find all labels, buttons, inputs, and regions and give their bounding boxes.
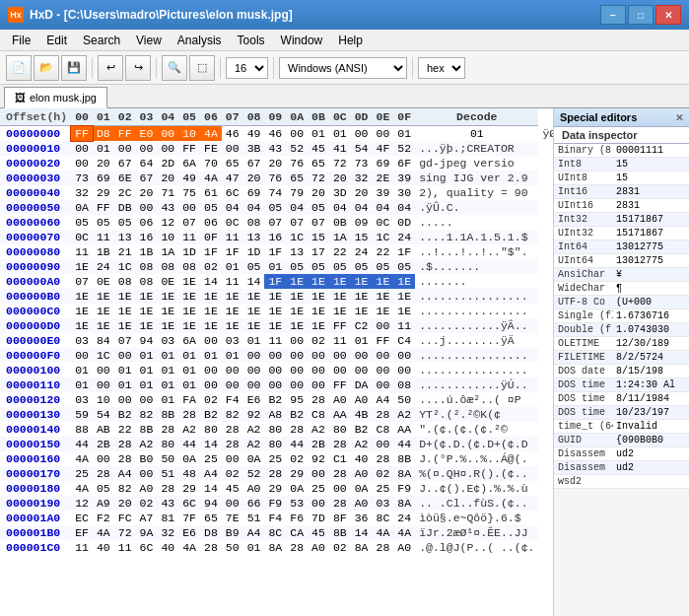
hex-cell[interactable]: 00 bbox=[200, 377, 222, 392]
new-button[interactable]: 📄 bbox=[6, 55, 32, 81]
hex-cell[interactable]: 01 bbox=[114, 377, 136, 392]
hex-cell[interactable]: 52 bbox=[393, 141, 415, 156]
hex-cell[interactable]: A2 bbox=[351, 437, 373, 451]
hex-cell[interactable]: FF bbox=[178, 141, 200, 156]
hex-cell[interactable]: 14 bbox=[351, 525, 373, 540]
hex-cell[interactable]: 01 bbox=[308, 126, 329, 142]
hex-cell[interactable]: 08 bbox=[393, 377, 415, 392]
hex-cell[interactable]: 29 bbox=[178, 481, 200, 496]
hex-cell[interactable]: 8A bbox=[264, 540, 286, 555]
hex-cell[interactable]: 07 bbox=[308, 215, 329, 230]
hex-cell[interactable]: 04 bbox=[351, 200, 373, 215]
hex-cell[interactable]: 20 bbox=[93, 156, 114, 171]
hex-cell[interactable]: 65 bbox=[308, 156, 329, 171]
hex-cell[interactable]: 00 bbox=[393, 363, 415, 377]
hex-cell[interactable]: C1 bbox=[329, 451, 351, 466]
hex-cell[interactable]: 00 bbox=[93, 451, 114, 466]
hex-cell[interactable]: 1F bbox=[264, 244, 286, 259]
hex-cell[interactable]: 72 bbox=[308, 171, 329, 185]
find-button[interactable]: 🔍 bbox=[162, 55, 187, 81]
hex-cell[interactable]: 01 bbox=[136, 348, 158, 363]
hex-cell[interactable]: 4A bbox=[71, 451, 93, 466]
hex-cell[interactable]: B2 bbox=[114, 407, 136, 422]
hex-cell[interactable]: 69 bbox=[93, 171, 114, 185]
hex-cell[interactable]: 00 bbox=[329, 363, 351, 377]
hex-cell[interactable]: 1B bbox=[136, 244, 158, 259]
hex-cell[interactable]: 05 bbox=[329, 259, 351, 274]
hex-cell[interactable]: 14 bbox=[200, 481, 222, 496]
menu-item-help[interactable]: Help bbox=[330, 32, 371, 49]
hex-cell[interactable]: 00 bbox=[308, 466, 329, 481]
hex-cell[interactable]: 1E bbox=[393, 304, 415, 318]
hex-cell[interactable]: 1E bbox=[71, 259, 93, 274]
hex-cell[interactable]: 61 bbox=[200, 185, 222, 200]
hex-cell[interactable]: 8F bbox=[329, 511, 351, 525]
hex-cell[interactable]: 3B bbox=[243, 141, 265, 156]
hex-cell[interactable]: 95 bbox=[286, 392, 308, 407]
hex-cell[interactable]: E6 bbox=[243, 392, 265, 407]
hex-cell[interactable]: 0B bbox=[329, 215, 351, 230]
hex-cell[interactable]: 1E bbox=[71, 318, 93, 333]
hex-cell[interactable]: 50 bbox=[157, 451, 178, 466]
hex-cell[interactable]: 80 bbox=[264, 422, 286, 437]
hex-cell[interactable]: 0D bbox=[393, 215, 415, 230]
hex-cell[interactable]: 8C bbox=[264, 525, 286, 540]
hex-cell[interactable]: 28 bbox=[93, 466, 114, 481]
hex-cell[interactable]: DA bbox=[351, 377, 373, 392]
hex-cell[interactable]: A0 bbox=[351, 496, 373, 511]
hex-cell[interactable]: 24 bbox=[393, 230, 415, 244]
hex-cell[interactable]: 25 bbox=[308, 481, 329, 496]
hex-cell[interactable]: 1E bbox=[308, 289, 329, 304]
hex-cell[interactable]: 28 bbox=[222, 437, 243, 451]
hex-cell[interactable]: 08 bbox=[243, 215, 265, 230]
hex-cell[interactable]: AA bbox=[329, 407, 351, 422]
hex-cell[interactable]: 32 bbox=[157, 525, 178, 540]
hex-cell[interactable]: 14 bbox=[200, 437, 222, 451]
hex-cell[interactable]: A2 bbox=[178, 422, 200, 437]
hex-cell[interactable]: 1E bbox=[243, 318, 265, 333]
hex-cell[interactable]: 32 bbox=[351, 171, 373, 185]
hex-cell[interactable]: 28 bbox=[373, 540, 394, 555]
hex-cell[interactable]: 03 bbox=[71, 392, 93, 407]
hex-cell[interactable]: 20 bbox=[308, 185, 329, 200]
hex-cell[interactable]: 28 bbox=[157, 481, 178, 496]
hex-cell[interactable]: 64 bbox=[136, 156, 158, 171]
hex-cell[interactable]: 00 bbox=[286, 363, 308, 377]
hex-cell[interactable]: 49 bbox=[178, 171, 200, 185]
save-button[interactable]: 💾 bbox=[61, 55, 87, 81]
menu-item-analysis[interactable]: Analysis bbox=[170, 32, 230, 49]
hex-cell[interactable]: 1E bbox=[286, 318, 308, 333]
hex-cell[interactable]: 53 bbox=[286, 496, 308, 511]
hex-cell[interactable]: 9A bbox=[136, 525, 158, 540]
hex-cell[interactable]: 00 bbox=[222, 363, 243, 377]
hex-cell[interactable]: 00 bbox=[393, 348, 415, 363]
hex-cell[interactable]: 00 bbox=[373, 126, 394, 142]
hex-cell[interactable]: 8A bbox=[393, 496, 415, 511]
hex-cell[interactable]: 51 bbox=[243, 511, 265, 525]
hex-cell[interactable]: 0F bbox=[200, 230, 222, 244]
hex-cell[interactable]: 45 bbox=[308, 141, 329, 156]
hex-cell[interactable]: 05 bbox=[373, 259, 394, 274]
hex-cell[interactable]: F6 bbox=[286, 511, 308, 525]
hex-cell[interactable]: C8 bbox=[308, 407, 329, 422]
hex-cell[interactable]: FF bbox=[373, 333, 394, 348]
hex-cell[interactable]: 01 bbox=[136, 363, 158, 377]
menu-item-window[interactable]: Window bbox=[273, 32, 331, 49]
hex-cell[interactable]: 50 bbox=[393, 392, 415, 407]
hex-cell[interactable]: 11 bbox=[71, 244, 93, 259]
hex-cell[interactable]: AA bbox=[393, 422, 415, 437]
hex-cell[interactable]: 43 bbox=[157, 200, 178, 215]
hex-cell[interactable]: 11 bbox=[264, 333, 286, 348]
hex-cell[interactable]: A4 bbox=[200, 466, 222, 481]
hex-cell[interactable]: 1E bbox=[136, 318, 158, 333]
hex-cell[interactable]: 44 bbox=[393, 437, 415, 451]
hex-cell[interactable]: 17 bbox=[308, 244, 329, 259]
hex-cell[interactable]: 69 bbox=[243, 185, 265, 200]
menu-item-view[interactable]: View bbox=[128, 32, 170, 49]
hex-cell[interactable]: 03 bbox=[373, 496, 394, 511]
hex-cell[interactable]: 01 bbox=[351, 333, 373, 348]
hex-cell[interactable]: D8 bbox=[93, 126, 114, 142]
hex-cell[interactable]: 79 bbox=[286, 185, 308, 200]
hex-cell[interactable]: F9 bbox=[393, 481, 415, 496]
hex-cell[interactable]: 1E bbox=[286, 304, 308, 318]
